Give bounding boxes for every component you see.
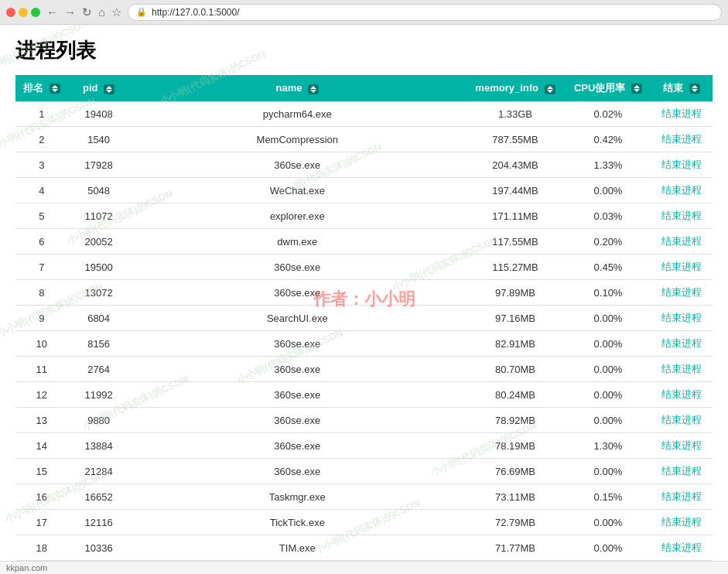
cell-rank: 5	[15, 203, 68, 229]
cell-memory: 80.70MB	[465, 357, 566, 382]
cell-rank: 8	[15, 280, 68, 306]
terminate-button[interactable]: 结束进程	[661, 413, 702, 427]
terminate-button[interactable]: 结束进程	[661, 260, 702, 274]
cell-action: 结束进程	[651, 357, 713, 382]
table-body: 1 19408 pycharm64.exe 1.33GB 0.02% 结束进程 …	[15, 101, 713, 561]
cell-memory: 204.43MB	[465, 152, 566, 178]
cell-pid: 19408	[68, 101, 130, 127]
cell-pid: 2764	[68, 357, 130, 382]
terminate-button[interactable]: 结束进程	[661, 209, 702, 223]
cell-cpu: 0.00%	[566, 459, 651, 484]
cell-rank: 1	[15, 101, 68, 127]
cell-name: 360se.exe	[130, 331, 465, 357]
cell-pid: 19500	[68, 255, 130, 280]
table-row: 3 17928 360se.exe 204.43MB 1.33% 结束进程	[15, 152, 713, 178]
cell-cpu: 0.00%	[566, 306, 651, 331]
cell-pid: 1540	[68, 127, 130, 152]
terminate-button[interactable]: 结束进程	[661, 439, 702, 453]
cell-name: 360se.exe	[130, 408, 465, 433]
cell-action: 结束进程	[651, 535, 713, 561]
refresh-icon[interactable]: ↻	[82, 5, 92, 19]
cell-cpu: 0.15%	[566, 484, 651, 510]
cell-memory: 171.11MB	[465, 203, 566, 229]
cell-cpu: 0.20%	[566, 229, 651, 255]
cell-action: 结束进程	[651, 433, 713, 459]
terminate-button[interactable]: 结束进程	[661, 490, 702, 504]
terminate-button[interactable]: 结束进程	[661, 311, 702, 325]
terminate-button[interactable]: 结束进程	[661, 107, 702, 121]
cell-cpu: 0.10%	[566, 280, 651, 306]
cell-cpu: 1.30%	[566, 433, 651, 459]
terminate-button[interactable]: 结束进程	[661, 337, 702, 350]
cell-pid: 10336	[68, 535, 130, 561]
col-header-cpu[interactable]: CPU使用率	[566, 75, 651, 101]
cell-rank: 4	[15, 178, 68, 203]
table-row: 15 21284 360se.exe 76.69MB 0.00% 结束进程	[15, 459, 713, 484]
minimize-button[interactable]	[19, 8, 28, 17]
table-row: 8 13072 360se.exe 97.89MB 0.10% 结束进程	[15, 280, 713, 306]
terminate-button[interactable]: 结束进程	[661, 183, 702, 197]
cell-pid: 16652	[68, 484, 130, 510]
cell-memory: 72.79MB	[465, 510, 566, 535]
back-icon[interactable]: ←	[46, 5, 58, 19]
address-bar[interactable]: 🔒 http://127.0.0.1:5000/	[128, 4, 722, 21]
url-text: http://127.0.0.1:5000/	[152, 7, 239, 18]
sort-icon-cpu	[631, 84, 642, 94]
cell-name: TIM.exe	[130, 535, 465, 561]
cell-pid: 9880	[68, 408, 130, 433]
cell-memory: 82.91MB	[465, 331, 566, 357]
table-row: 1 19408 pycharm64.exe 1.33GB 0.02% 结束进程	[15, 101, 713, 127]
cell-memory: 71.77MB	[465, 535, 566, 561]
close-button[interactable]	[6, 8, 15, 17]
cell-memory: 73.11MB	[465, 484, 566, 510]
table-row: 2 1540 MemCompression 787.55MB 0.42% 结束进…	[15, 127, 713, 152]
cell-rank: 7	[15, 255, 68, 280]
table-row: 14 13884 360se.exe 78.19MB 1.30% 结束进程	[15, 433, 713, 459]
cell-action: 结束进程	[651, 459, 713, 484]
cell-action: 结束进程	[651, 152, 713, 178]
sort-icon-memory	[545, 84, 555, 94]
col-header-action[interactable]: 结束	[651, 75, 713, 101]
bottom-bar: kkpan.com	[0, 561, 728, 573]
terminate-button[interactable]: 结束进程	[661, 158, 702, 172]
terminate-button[interactable]: 结束进程	[661, 362, 702, 376]
cell-pid: 21284	[68, 459, 130, 484]
cell-cpu: 0.42%	[566, 127, 651, 152]
cell-name: 360se.exe	[130, 152, 465, 178]
cell-rank: 14	[15, 433, 68, 459]
table-row: 7 19500 360se.exe 115.27MB 0.45% 结束进程	[15, 255, 713, 280]
terminate-button[interactable]: 结束进程	[661, 132, 702, 146]
cell-rank: 17	[15, 510, 68, 535]
cell-cpu: 0.00%	[566, 535, 651, 561]
cell-cpu: 0.00%	[566, 331, 651, 357]
cell-rank: 13	[15, 408, 68, 433]
terminate-button[interactable]: 结束进程	[661, 388, 702, 401]
cell-name: 360se.exe	[130, 433, 465, 459]
terminate-button[interactable]: 结束进程	[661, 234, 702, 248]
cell-memory: 97.16MB	[465, 306, 566, 331]
col-header-pid[interactable]: pid	[68, 75, 130, 101]
bookmark-icon[interactable]: ☆	[111, 5, 121, 19]
terminate-button[interactable]: 结束进程	[661, 515, 702, 529]
terminate-button[interactable]: 结束进程	[661, 464, 702, 478]
col-header-rank[interactable]: 排名	[15, 75, 68, 101]
cell-memory: 97.89MB	[465, 280, 566, 306]
table-row: 5 11072 explorer.exe 171.11MB 0.03% 结束进程	[15, 203, 713, 229]
cell-action: 结束进程	[651, 306, 713, 331]
cell-action: 结束进程	[651, 382, 713, 408]
cell-rank: 2	[15, 127, 68, 152]
window-controls	[6, 8, 40, 17]
cell-name: dwm.exe	[130, 229, 465, 255]
terminate-button[interactable]: 结束进程	[661, 285, 702, 299]
home-icon[interactable]: ⌂	[98, 5, 105, 19]
forward-icon[interactable]: →	[64, 5, 76, 19]
cell-action: 结束进程	[651, 255, 713, 280]
terminate-button[interactable]: 结束进程	[661, 541, 702, 555]
cell-memory: 115.27MB	[465, 255, 566, 280]
table-row: 9 6804 SearchUI.exe 97.16MB 0.00% 结束进程	[15, 306, 713, 331]
col-header-name[interactable]: name	[130, 75, 465, 101]
cell-rank: 12	[15, 382, 68, 408]
maximize-button[interactable]	[31, 8, 40, 17]
col-header-memory[interactable]: memory_info	[465, 75, 566, 101]
cell-action: 结束进程	[651, 127, 713, 152]
